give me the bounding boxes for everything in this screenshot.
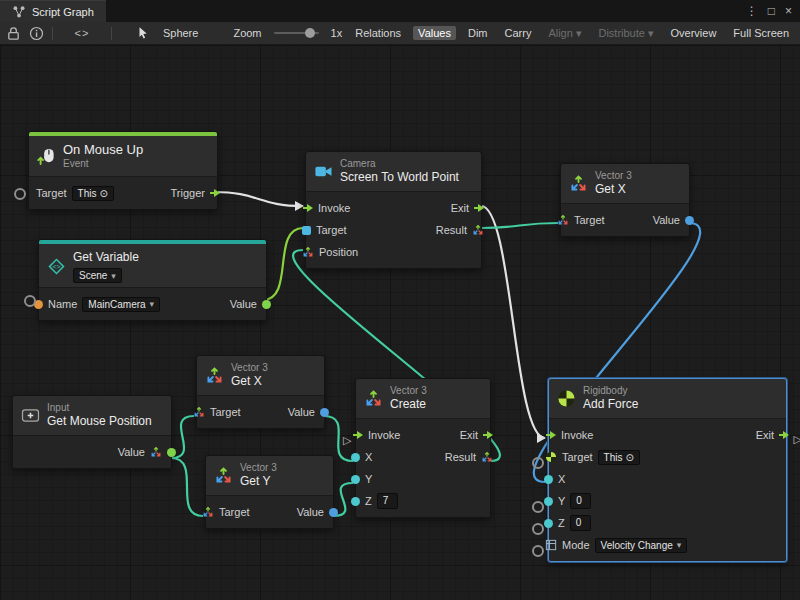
x-input-port[interactable] — [351, 453, 360, 462]
invoke-flow-port[interactable] — [353, 431, 363, 439]
node-header: Camera Screen To World Point — [306, 152, 481, 191]
info-button[interactable] — [29, 26, 44, 41]
node-get-mouse-position[interactable]: Input Get Mouse Position Value — [12, 395, 172, 469]
port-row: Target Result — [306, 219, 481, 241]
wire-trigger-to-invoke[interactable] — [214, 192, 303, 206]
port-row: Target Value — [561, 209, 689, 231]
node-title: Screen To World Point — [340, 170, 459, 185]
zoom-slider[interactable] — [274, 32, 319, 34]
port-row: Invoke Exit — [306, 197, 481, 219]
camera-type-port[interactable] — [302, 226, 311, 235]
exit-flow-port[interactable] — [779, 431, 789, 439]
invoke-external-port[interactable]: ▷ — [343, 435, 351, 446]
window-maximize-button[interactable]: □ — [768, 4, 775, 18]
port-row: Name MainCamera ▾ Value — [39, 293, 266, 315]
window-close-button[interactable]: × — [785, 4, 792, 18]
node-vector3-get-x-mid[interactable]: Vector 3 Get X Target Value — [196, 355, 325, 429]
zoom-slider-knob[interactable] — [305, 28, 315, 38]
z-external-port[interactable] — [532, 523, 544, 535]
node-add-force[interactable]: Rigidbody Add Force Invoke Exit Target T… — [548, 378, 787, 562]
port-row: Z 0 — [549, 512, 786, 534]
value-output-port[interactable] — [320, 408, 329, 417]
distribute-dropdown[interactable]: Distribute ▾ — [593, 26, 658, 41]
y-external-port[interactable] — [532, 501, 544, 513]
mode-external-port[interactable] — [532, 545, 544, 557]
mode-dropdown[interactable]: Velocity Change ▾ — [595, 538, 688, 553]
tab-script-graph[interactable]: Script Graph — [0, 0, 106, 22]
vector3-result-port[interactable] — [472, 224, 484, 236]
relations-button[interactable]: Relations — [350, 26, 406, 40]
node-vector3-create[interactable]: Vector 3 Create Invoke Exit X Result — [355, 378, 491, 518]
target-scope-icon: ⊙ — [625, 452, 633, 463]
exit-flow-port[interactable] — [483, 431, 493, 439]
value-output-port[interactable] — [167, 448, 176, 457]
wire-mousepos-to-gety-target[interactable] — [171, 458, 203, 516]
z-value-field[interactable]: 7 — [377, 493, 398, 509]
node-get-variable[interactable]: Get Variable Scene ▾ Name MainCamera ▾ V… — [38, 239, 267, 321]
vector3-target-port[interactable] — [557, 214, 569, 226]
view-code-button[interactable]: <> — [75, 27, 90, 39]
node-screen-to-world-point[interactable]: Camera Screen To World Point Invoke Exit… — [305, 151, 482, 269]
x-input-port[interactable] — [544, 475, 553, 484]
name-external-port[interactable] — [24, 295, 36, 307]
target-port-label: Target — [219, 506, 250, 518]
this-target-selector[interactable]: This ⊙ — [72, 186, 114, 201]
value-output-port[interactable] — [329, 508, 338, 517]
node-on-mouse-up[interactable]: On Mouse Up Event Target This ⊙ Trigger — [28, 131, 218, 210]
lock-button[interactable] — [6, 26, 21, 41]
node-header: Rigidbody Add Force — [549, 379, 786, 418]
target-external-port[interactable] — [532, 457, 544, 469]
chevron-down-icon: ▾ — [576, 27, 582, 39]
variable-name-dropdown[interactable]: MainCamera ▾ — [82, 297, 160, 312]
trigger-flow-port[interactable] — [210, 189, 220, 197]
carry-button[interactable]: Carry — [500, 26, 537, 40]
input-icon — [21, 406, 40, 425]
value-port-label: Value — [653, 214, 680, 226]
value-output-port[interactable] — [685, 216, 694, 225]
node-vector3-get-y[interactable]: Vector 3 Get Y Target Value — [205, 455, 334, 529]
vector3-result-port[interactable] — [481, 451, 493, 463]
values-button[interactable]: Values — [413, 26, 456, 40]
info-icon — [29, 26, 44, 41]
invoke-flow-port[interactable] — [303, 204, 313, 212]
target-port-label: Target — [316, 224, 347, 236]
vector3-target-port[interactable] — [193, 406, 205, 418]
exit-flow-port[interactable] — [474, 204, 484, 212]
align-label: Align — [548, 27, 572, 39]
port-row: Invoke Exit — [549, 424, 786, 446]
z-value-field[interactable]: 0 — [570, 515, 591, 531]
graph-canvas[interactable]: On Mouse Up Event Target This ⊙ Trigger — [0, 45, 800, 600]
wire-result-to-getx-target[interactable] — [481, 223, 558, 228]
value-output-port[interactable] — [262, 300, 271, 309]
node-title: Create — [390, 397, 427, 412]
vector3-position-port[interactable] — [302, 246, 314, 258]
port-row: Invoke Exit — [356, 424, 490, 446]
mode-enum-port[interactable] — [545, 539, 557, 551]
port-row: Value — [13, 441, 171, 463]
invoke-flow-port[interactable] — [546, 431, 556, 439]
exit-port-label: Exit — [451, 202, 469, 214]
this-target-selector[interactable]: This ⊙ — [598, 450, 640, 465]
vector3-icon — [364, 389, 383, 408]
vector3-target-port[interactable] — [202, 506, 214, 518]
dim-button[interactable]: Dim — [463, 26, 493, 40]
exit-external-port[interactable]: ▷ — [794, 434, 800, 445]
y-input-port[interactable] — [544, 497, 553, 506]
node-header: Vector 3 Create — [356, 379, 490, 418]
full-screen-button[interactable]: Full Screen — [728, 26, 794, 40]
z-input-port[interactable] — [351, 497, 360, 506]
node-vector3-get-x-top[interactable]: Vector 3 Get X Target Value — [560, 163, 690, 237]
variable-scope-dropdown[interactable]: Scene ▾ — [73, 268, 122, 283]
y-input-port[interactable] — [351, 475, 360, 484]
target-input-port[interactable] — [14, 188, 26, 200]
vector3-icon — [569, 174, 588, 193]
invoke-port-label: Invoke — [561, 429, 593, 441]
align-dropdown[interactable]: Align ▾ — [543, 26, 586, 41]
overview-button[interactable]: Overview — [666, 26, 722, 40]
z-input-port[interactable] — [544, 519, 553, 528]
node-title: Get X — [231, 374, 268, 389]
window-menu-button[interactable]: ⋮ — [746, 4, 758, 18]
camera-icon — [314, 162, 333, 181]
y-value-field[interactable]: 0 — [570, 493, 591, 509]
rigidbody-target-port[interactable] — [545, 451, 557, 463]
